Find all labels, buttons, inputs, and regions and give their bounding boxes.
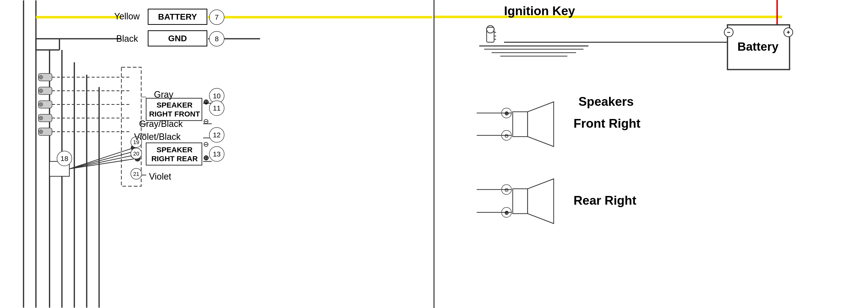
gray-wire-label: Gray <box>154 89 173 100</box>
svg-text:7: 7 <box>215 13 219 21</box>
battery-label: Battery <box>737 40 778 53</box>
right-panel: − + <box>434 0 868 308</box>
svg-rect-92 <box>513 112 528 136</box>
svg-text:11: 11 <box>213 104 220 112</box>
left-panel: ⊕ ⊖ ⊖ ⊕ 7 8 10 <box>0 0 434 308</box>
svg-point-16 <box>39 75 43 79</box>
speaker-rf-box: SPEAKER RIGHT FRONT <box>147 99 202 120</box>
svg-text:−: − <box>727 29 731 35</box>
black-wire-label: Black <box>116 34 138 44</box>
svg-rect-82 <box>487 27 494 42</box>
svg-rect-100 <box>513 189 528 214</box>
violet-black-wire-label: Violet/Black <box>134 132 181 142</box>
svg-point-24 <box>39 130 43 134</box>
svg-text:18: 18 <box>61 155 68 162</box>
svg-text:20: 20 <box>133 151 139 157</box>
yellow-wire-label: Yellow <box>114 11 140 22</box>
speaker-rr-box: SPEAKER RIGHT REAR <box>147 143 202 165</box>
ignition-key-label: Ignition Key <box>504 4 575 18</box>
svg-text:⊖: ⊖ <box>203 140 209 148</box>
svg-text:13: 13 <box>213 150 220 158</box>
svg-line-53 <box>69 155 133 169</box>
rear-right-label: Rear Right <box>574 193 637 208</box>
battery-box: BATTERY <box>148 9 207 25</box>
svg-point-18 <box>39 89 43 93</box>
diagram-container: ⊕ ⊖ ⊖ ⊕ 7 8 10 <box>0 0 868 308</box>
svg-line-51 <box>69 148 133 169</box>
svg-text:12: 12 <box>213 131 220 139</box>
violet-wire-label: Violet <box>149 172 171 182</box>
gnd-box: GND <box>148 30 207 47</box>
front-right-label: Front Right <box>574 116 640 131</box>
svg-point-83 <box>487 26 494 33</box>
svg-marker-101 <box>528 179 554 223</box>
svg-text:21: 21 <box>133 171 139 177</box>
svg-text:⊕: ⊕ <box>203 154 209 162</box>
svg-text:10: 10 <box>213 92 220 100</box>
svg-text:⊕: ⊕ <box>203 98 209 106</box>
speakers-label: Speakers <box>579 94 633 109</box>
svg-marker-93 <box>528 102 554 147</box>
svg-point-20 <box>39 102 43 106</box>
svg-rect-30 <box>121 67 141 186</box>
gray-black-wire-label: Gray/Black <box>139 119 183 129</box>
svg-text:8: 8 <box>215 35 219 43</box>
svg-text:⊖: ⊖ <box>203 118 209 125</box>
svg-text:+: + <box>786 29 790 35</box>
svg-point-22 <box>39 116 43 120</box>
